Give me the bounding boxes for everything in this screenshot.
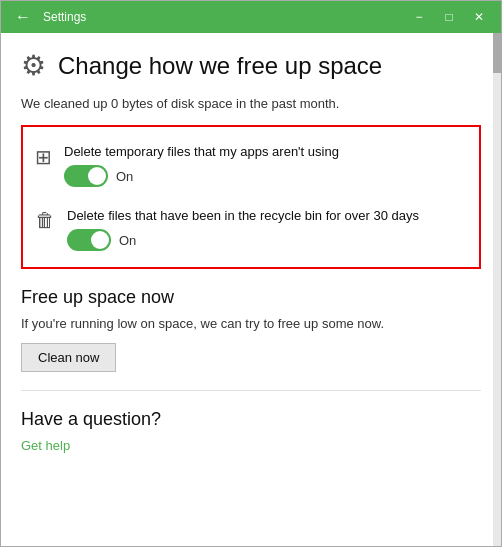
settings-window: ← Settings − □ ✕ ⚙ Change how we free up… [0,0,502,547]
setting-text-col-2: Delete files that have been in the recyc… [67,207,467,251]
content-area: ⚙ Change how we free up space We cleaned… [1,33,501,546]
scrollbar-thumb[interactable] [493,33,501,73]
subtitle-text: We cleaned up 0 bytes of disk space in t… [21,96,481,111]
free-up-description: If you're running low on space, we can t… [21,316,481,331]
toggle-label-1: On [116,169,133,184]
toggle-label-2: On [119,233,136,248]
setting-item-temp-files: ⊞ Delete temporary files that my apps ar… [35,137,467,193]
setting-label-2: Delete files that have been in the recyc… [67,207,467,225]
scrollbar[interactable] [493,33,501,546]
temp-files-icon: ⊞ [35,145,52,169]
titlebar-controls: − □ ✕ [405,3,493,31]
get-help-link[interactable]: Get help [21,438,70,453]
page-header: ⚙ Change how we free up space [21,49,481,82]
highlighted-settings-box: ⊞ Delete temporary files that my apps ar… [21,125,481,269]
toggle-row-1: On [64,165,467,187]
question-title: Have a question? [21,409,481,430]
divider [21,390,481,391]
maximize-button[interactable]: □ [435,3,463,31]
clean-now-button[interactable]: Clean now [21,343,116,372]
gear-icon: ⚙ [21,49,46,82]
back-button[interactable]: ← [9,3,37,31]
setting-label-1: Delete temporary files that my apps aren… [64,143,467,161]
titlebar: ← Settings − □ ✕ [1,1,501,33]
toggle-recycle-bin[interactable] [67,229,111,251]
toggle-row-2: On [67,229,467,251]
setting-text-col-1: Delete temporary files that my apps aren… [64,143,467,187]
recycle-bin-icon: 🗑 [35,209,55,232]
setting-item-recycle-bin: 🗑 Delete files that have been in the rec… [35,201,467,257]
minimize-button[interactable]: − [405,3,433,31]
page-title: Change how we free up space [58,52,382,80]
toggle-temp-files[interactable] [64,165,108,187]
close-button[interactable]: ✕ [465,3,493,31]
free-up-section-title: Free up space now [21,287,481,308]
titlebar-title: Settings [37,10,405,24]
